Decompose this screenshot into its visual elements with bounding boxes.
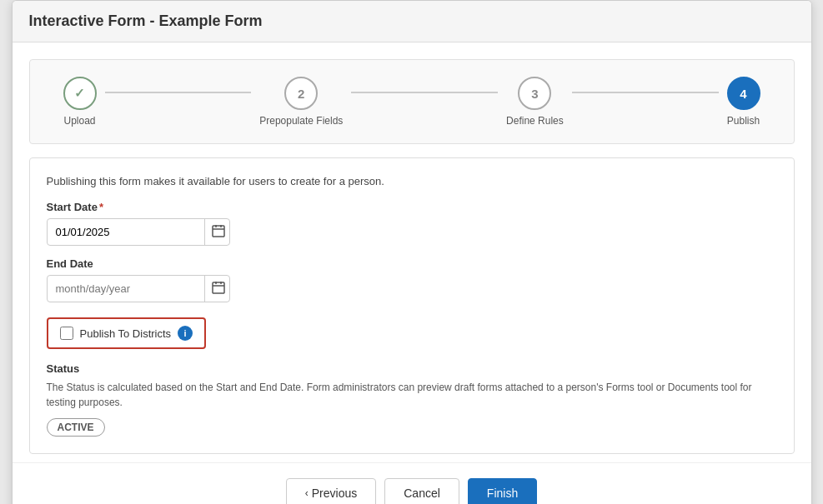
status-badge: ACTIVE (47, 418, 105, 437)
step-label-prepopulate: Prepopulate Fields (259, 115, 343, 127)
modal: Interactive Form - Example Form ✓ Upload… (12, 0, 812, 504)
step-label-publish: Publish (727, 115, 760, 127)
step-line-3 (572, 92, 719, 93)
step-line-2 (351, 92, 498, 93)
publish-districts-info-icon[interactable]: i (178, 326, 193, 341)
start-date-calendar-icon[interactable] (204, 219, 232, 245)
start-date-input-wrapper (47, 218, 230, 246)
publish-districts-checkbox[interactable] (60, 327, 73, 340)
start-date-group: Start Date* (47, 201, 777, 246)
end-date-label: End Date (47, 257, 777, 270)
step-circle-publish: 4 (727, 77, 760, 110)
step-label-upload: Upload (63, 115, 95, 127)
stepper: ✓ Upload 2 Prepopulate Fields 3 Define R… (29, 59, 795, 144)
end-date-input[interactable] (48, 277, 204, 301)
step-upload: ✓ Upload (63, 77, 97, 127)
status-description: The Status is calculated based on the St… (47, 380, 777, 410)
form-section: Publishing this form makes it available … (29, 157, 795, 454)
step-define-rules: 3 Define Rules (506, 77, 564, 127)
cancel-button[interactable]: Cancel (384, 478, 459, 504)
step-line-1 (105, 92, 252, 93)
step-label-rules: Define Rules (506, 115, 564, 127)
form-intro-text: Publishing this form makes it available … (47, 175, 777, 187)
step-circle-prepopulate: 2 (284, 77, 318, 110)
modal-body: ✓ Upload 2 Prepopulate Fields 3 Define R… (13, 42, 811, 462)
modal-footer: ‹ Previous Cancel Finish (13, 462, 811, 504)
end-date-group: End Date (47, 257, 777, 302)
step-prepopulate: 2 Prepopulate Fields (259, 77, 343, 127)
svg-rect-4 (213, 282, 224, 293)
status-title: Status (47, 362, 777, 375)
publish-districts-label: Publish To Districts (80, 327, 172, 340)
previous-button[interactable]: ‹ Previous (286, 478, 376, 504)
status-section: Status The Status is calculated based on… (47, 362, 777, 437)
start-date-label: Start Date* (47, 201, 777, 213)
finish-button[interactable]: Finish (468, 478, 537, 504)
step-circle-upload: ✓ (63, 77, 97, 110)
end-date-input-wrapper (47, 275, 230, 302)
start-date-input[interactable] (48, 220, 204, 244)
svg-rect-0 (213, 226, 224, 237)
end-date-calendar-icon[interactable] (204, 276, 232, 302)
modal-header: Interactive Form - Example Form (13, 1, 811, 42)
chevron-left-icon: ‹ (305, 487, 309, 499)
modal-title: Interactive Form - Example Form (29, 12, 795, 30)
step-publish: 4 Publish (727, 77, 760, 127)
publish-districts-group: Publish To Districts i (47, 314, 777, 349)
step-circle-rules: 3 (518, 77, 551, 110)
publish-districts-box: Publish To Districts i (47, 317, 207, 349)
